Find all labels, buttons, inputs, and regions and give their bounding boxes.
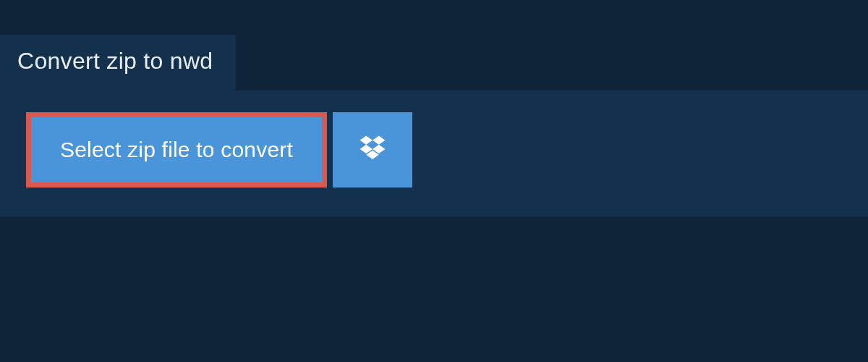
dropbox-icon bbox=[357, 133, 388, 167]
dropbox-button[interactable] bbox=[333, 112, 412, 188]
tab-bar: Convert zip to nwd bbox=[0, 0, 868, 90]
tab-convert[interactable]: Convert zip to nwd bbox=[0, 35, 236, 90]
tab-label: Convert zip to nwd bbox=[17, 48, 213, 74]
select-file-label: Select zip file to convert bbox=[60, 138, 293, 162]
button-row: Select zip file to convert bbox=[26, 112, 842, 188]
select-file-button[interactable]: Select zip file to convert bbox=[26, 112, 327, 188]
converter-panel: Select zip file to convert bbox=[0, 90, 868, 216]
